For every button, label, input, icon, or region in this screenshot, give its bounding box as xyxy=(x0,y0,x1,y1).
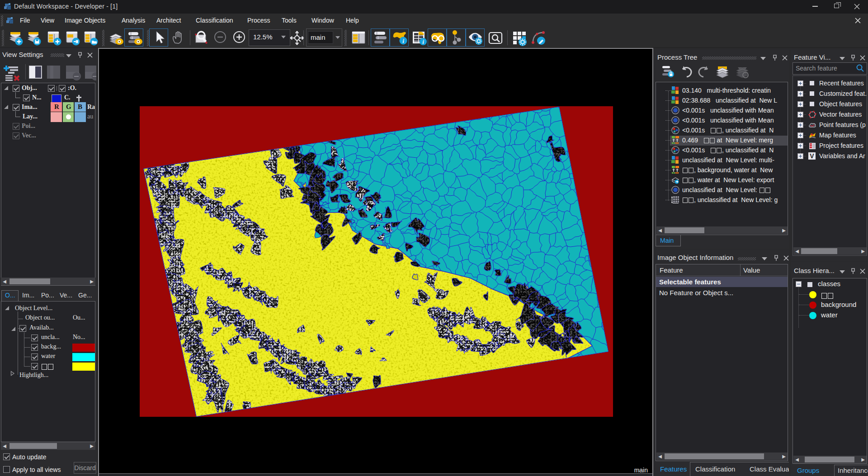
svg-text:main: main xyxy=(634,467,648,474)
svg-text:i: i xyxy=(422,38,424,45)
svg-text:i: i xyxy=(402,38,404,44)
